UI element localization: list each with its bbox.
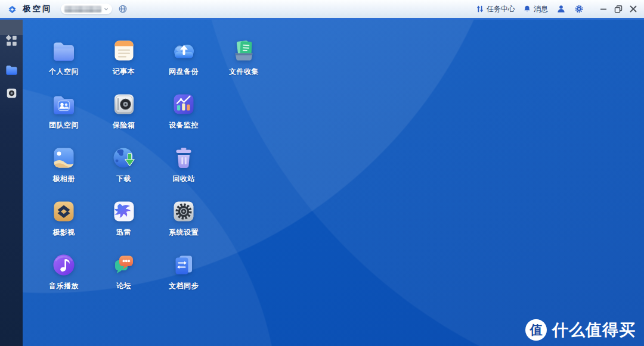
photo-album-icon <box>50 144 78 172</box>
app-device-monitor[interactable]: 设备监控 <box>155 91 212 130</box>
watermark-badge: 值 <box>525 319 547 341</box>
app-movie[interactable]: 极影视 <box>35 198 92 238</box>
brand-logo-icon <box>6 3 18 15</box>
topbar-accent-line <box>0 18 644 20</box>
app-system-settings[interactable]: 系统设置 <box>155 198 212 238</box>
settings-button[interactable] <box>574 4 584 14</box>
safe-box-icon <box>110 91 138 118</box>
restore-icon <box>614 4 623 14</box>
nas-desktop-page: 极空间 任务中心 消息 <box>0 0 644 346</box>
user-account-button[interactable] <box>556 4 566 14</box>
sort-arrows-icon <box>476 5 484 13</box>
app-label: 下载 <box>95 174 153 184</box>
restore-button[interactable] <box>614 4 623 14</box>
xunlei-icon <box>110 198 138 225</box>
gear-icon <box>574 4 584 14</box>
music-player-icon <box>50 251 78 279</box>
messages-button[interactable]: 消息 <box>523 4 548 14</box>
minimize-icon <box>599 4 608 14</box>
topbar-right: 任务中心 消息 <box>468 4 638 14</box>
app-personal-space[interactable]: 个人空间 <box>35 37 92 77</box>
desktop: 个人空间记事本网盘备份文件收集团队空间保险箱设备监控极相册下载回收站极影视迅雷系… <box>23 20 644 346</box>
bell-icon <box>523 5 531 13</box>
app-forum[interactable]: 论坛 <box>95 251 153 291</box>
app-photo-album[interactable]: 极相册 <box>35 144 92 184</box>
app-safe-box[interactable]: 保险箱 <box>95 91 153 130</box>
device-name-censored <box>64 6 101 13</box>
app-label: 记事本 <box>95 67 153 77</box>
team-space-icon <box>50 91 78 118</box>
folder-icon <box>5 63 18 77</box>
safe-mini-icon <box>6 88 17 99</box>
app-label: 网盘备份 <box>155 67 212 77</box>
app-download[interactable]: 下载 <box>95 144 153 184</box>
app-label: 团队空间 <box>35 120 92 130</box>
messages-label: 消息 <box>534 4 548 14</box>
app-team-space[interactable]: 团队空间 <box>35 91 92 130</box>
app-label: 系统设置 <box>155 227 212 238</box>
movie-icon <box>50 198 78 225</box>
app-notepad[interactable]: 记事本 <box>95 37 153 77</box>
app-label: 音乐播放 <box>35 281 92 291</box>
sidebar <box>0 20 23 346</box>
person-icon <box>556 4 566 14</box>
personal-space-icon <box>50 37 78 64</box>
chevron-down-icon <box>104 7 109 11</box>
app-file-collect[interactable]: 文件收集 <box>215 37 273 77</box>
recycle-bin-icon <box>170 144 197 172</box>
device-monitor-icon <box>170 91 197 118</box>
app-doc-sync[interactable]: 文档同步 <box>155 251 212 291</box>
app-cloud-backup[interactable]: 网盘备份 <box>155 37 212 77</box>
app-label: 个人空间 <box>35 67 92 77</box>
forum-icon <box>110 251 138 279</box>
app-xunlei[interactable]: 迅雷 <box>95 198 153 238</box>
doc-sync-icon <box>170 251 197 279</box>
app-label: 论坛 <box>95 281 153 291</box>
file-collect-icon <box>230 37 258 64</box>
cloud-backup-icon <box>170 37 197 64</box>
system-settings-icon <box>170 198 197 225</box>
app-label: 保险箱 <box>95 120 153 130</box>
app-label: 极相册 <box>35 174 92 184</box>
app-label: 设备监控 <box>155 120 212 130</box>
download-icon <box>110 144 138 172</box>
sidebar-item-safe[interactable] <box>0 85 23 101</box>
watermark: 值 什么值得买 <box>525 319 636 341</box>
brand-title: 极空间 <box>23 4 52 14</box>
app-label: 迅雷 <box>95 227 153 238</box>
globe-icon[interactable] <box>118 4 128 14</box>
app-label: 文档同步 <box>155 281 212 291</box>
close-icon <box>628 4 638 14</box>
task-center-label: 任务中心 <box>487 4 515 14</box>
close-button[interactable] <box>628 4 638 14</box>
sidebar-item-files[interactable] <box>0 62 23 77</box>
app-recycle-bin[interactable]: 回收站 <box>155 144 212 184</box>
sidebar-item-apps[interactable] <box>0 33 23 48</box>
app-music-player[interactable]: 音乐播放 <box>35 251 92 291</box>
apps-grid-icon <box>5 35 18 47</box>
app-label: 极影视 <box>35 227 92 238</box>
watermark-text: 什么值得买 <box>552 319 636 341</box>
device-name-pill[interactable] <box>61 4 112 14</box>
topbar: 极空间 任务中心 消息 <box>0 0 644 18</box>
notepad-icon <box>110 37 138 64</box>
task-center-button[interactable]: 任务中心 <box>476 4 515 14</box>
window-controls <box>593 4 638 14</box>
app-label: 回收站 <box>155 174 212 184</box>
minimize-button[interactable] <box>599 4 608 14</box>
app-label: 文件收集 <box>215 67 273 77</box>
